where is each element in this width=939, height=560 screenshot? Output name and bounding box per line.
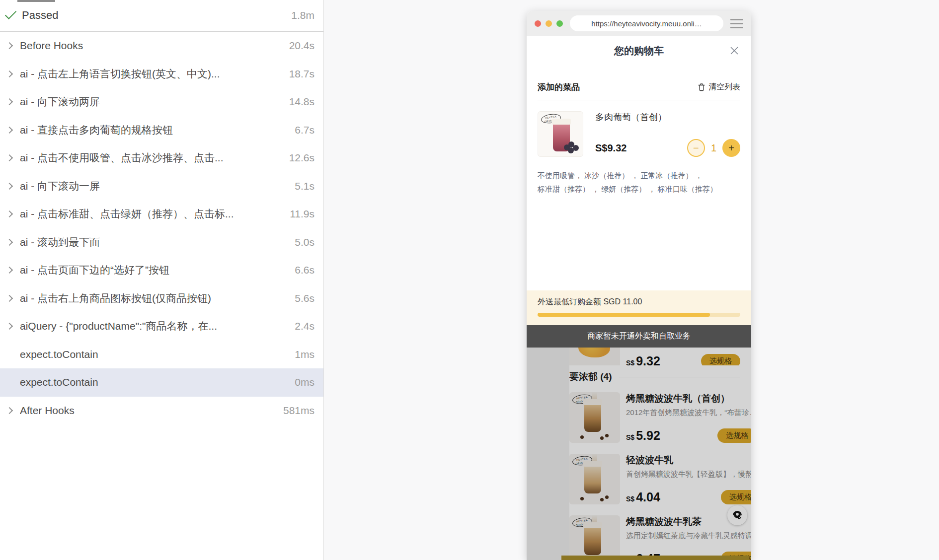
test-step-label: ai - 点击右上角商品图标按钮(仅商品按钮) (20, 291, 289, 305)
test-step-row[interactable]: ai - 滚动到最下面 5.0s (0, 228, 323, 257)
chevron-right-icon (7, 268, 20, 273)
minimize-window-button[interactable] (546, 20, 552, 27)
test-step-duration: 6.6s (295, 264, 314, 276)
test-step-label: ai - 点击页面下边的“选好了”按钮 (20, 263, 289, 277)
cart-item-options: 不使用吸管， 冰沙（推荐） ， 正常冰（推荐） ， 标准甜（推荐） ， 绿妍（推… (538, 169, 740, 196)
dim-overlay (527, 348, 751, 560)
test-step-row[interactable]: expect.toContain 1ms (0, 341, 323, 369)
zoom-window-button[interactable] (556, 20, 563, 27)
test-step-duration: 12.6s (289, 152, 314, 164)
cart-item-row: HEYTEAORIGINAL 多肉葡萄（首创） S$9.32 − 1 + (538, 111, 740, 157)
test-status-duration: 1.8m (291, 9, 314, 21)
chevron-right-icon (7, 324, 20, 329)
menu-page-background: S$9.32 选规格 要浓郁 (4) (527, 348, 751, 560)
cart-sheet: 您的购物车 添加的菜品 清空列表 HEYTEAORIGINAL (527, 36, 751, 290)
clear-list-button[interactable]: 清空列表 (698, 82, 740, 92)
increase-quantity-button[interactable]: + (722, 139, 740, 157)
test-step-duration: 11.9s (290, 208, 314, 220)
divider (538, 100, 740, 100)
chevron-right-icon (7, 240, 20, 245)
browser-chrome-bar: https://heyteavivocity.meuu.onli… (527, 11, 751, 36)
test-step-label: ai - 点击不使用吸管、点击冰沙推荐、点击... (20, 151, 283, 165)
test-step-label: Before Hooks (20, 40, 283, 52)
chevron-right-icon (7, 155, 20, 160)
quantity-stepper: − 1 + (687, 139, 740, 157)
traffic-lights (535, 20, 563, 27)
chevron-right-icon (7, 296, 20, 301)
test-step-row[interactable]: aiQuery - {"productName":"商品名称，在... 2.4s (0, 312, 323, 341)
min-order-label: 外送最低订购金额 SGD 11.00 (538, 297, 740, 307)
menu-icon[interactable] (730, 19, 743, 28)
test-step-label: ai - 滚动到最下面 (20, 235, 289, 249)
test-step-label: After Hooks (20, 405, 277, 417)
check-icon (5, 7, 16, 19)
quantity-value: 1 (711, 142, 716, 154)
test-step-label: aiQuery - {"productName":"商品名称，在... (20, 319, 289, 333)
chevron-right-icon (7, 211, 20, 216)
test-step-duration: 18.7s (289, 68, 314, 80)
test-step-duration: 20.4s (289, 40, 314, 52)
test-step-label: ai - 点击标准甜、点击绿妍（推荐）、点击标... (20, 207, 284, 221)
test-step-label: ai - 直接点击多肉葡萄的规格按钮 (20, 123, 289, 137)
chevron-right-icon (7, 99, 20, 104)
test-step-row[interactable]: After Hooks 581ms (0, 397, 323, 425)
test-step-duration: 0ms (295, 376, 314, 388)
close-window-button[interactable] (535, 20, 541, 27)
test-step-label: ai - 向下滚动两屏 (20, 95, 283, 109)
test-step-duration: 581ms (283, 405, 314, 417)
cart-title: 您的购物车 (614, 44, 664, 58)
test-step-label: ai - 点击左上角语言切换按钮(英文、中文)... (20, 67, 283, 81)
top-tab-fragment (17, 0, 55, 2)
test-step-duration: 5.0s (295, 236, 314, 248)
test-step-row[interactable]: ai - 直接点击多肉葡萄的规格按钮 6.7s (0, 116, 323, 144)
test-step-row[interactable]: expect.toContain 0ms (0, 368, 323, 397)
chevron-right-icon (7, 128, 20, 133)
cart-item-name: 多肉葡萄（首创） (595, 111, 740, 123)
test-step-duration: 1ms (295, 349, 314, 360)
url-bar[interactable]: https://heyteavivocity.meuu.onli… (570, 15, 723, 31)
trash-icon (698, 83, 705, 91)
chevron-right-icon (7, 184, 20, 189)
test-step-duration: 5.6s (295, 292, 314, 304)
chevron-right-icon (7, 71, 20, 76)
test-step-duration: 6.7s (295, 124, 314, 136)
test-step-duration: 5.1s (295, 180, 314, 192)
store-notice-toast: 商家暂未开通外卖和自取业务 (527, 325, 751, 348)
test-step-duration: 14.8s (289, 96, 314, 108)
test-step-row[interactable]: ai - 点击左上角语言切换按钮(英文、中文)... 18.7s (0, 60, 323, 88)
test-step-duration: 2.4s (295, 320, 314, 332)
test-step-list: Before Hooks 20.4s ai - 点击左上角语言切换按钮(英文、中… (0, 32, 323, 424)
test-step-row[interactable]: ai - 点击右上角商品图标按钮(仅商品按钮) 5.6s (0, 284, 323, 313)
test-step-row[interactable]: ai - 点击标准甜、点击绿妍（推荐）、点击标... 11.9s (0, 200, 323, 228)
chevron-right-icon (7, 408, 20, 413)
close-icon[interactable] (729, 46, 739, 56)
test-step-row[interactable]: ai - 点击页面下边的“选好了”按钮 6.6s (0, 256, 323, 284)
test-step-row[interactable]: Before Hooks 20.4s (0, 32, 323, 60)
cart-item-price: S$9.32 (595, 142, 687, 154)
grapes-decoration (564, 140, 581, 154)
added-items-heading: 添加的菜品 (538, 81, 580, 93)
test-step-row[interactable]: ai - 向下滚动一屏 5.1s (0, 172, 323, 201)
test-step-label: ai - 向下滚动一屏 (20, 179, 289, 193)
test-step-label: expect.toContain (20, 349, 289, 360)
test-status-row: Passed 1.8m (0, 0, 323, 31)
product-image-grape-tea: HEYTEAORIGINAL (538, 111, 583, 157)
test-step-label: expect.toContain (20, 376, 289, 388)
test-status-label: Passed (22, 9, 291, 22)
preview-workspace: https://heyteavivocity.meuu.onli… 您的购物车 … (324, 0, 939, 560)
test-step-row[interactable]: ai - 点击不使用吸管、点击冰沙推荐、点击... 12.6s (0, 144, 323, 172)
min-order-bar: 外送最低订购金额 SGD 11.00 (527, 290, 751, 325)
test-report-panel: Passed 1.8m Before Hooks 20.4s ai - 点击左上… (0, 0, 324, 560)
test-step-row[interactable]: ai - 向下滚动两屏 14.8s (0, 88, 323, 116)
decrease-quantity-button[interactable]: − (687, 139, 705, 157)
browser-window: https://heyteavivocity.meuu.onli… 您的购物车 … (527, 11, 751, 560)
min-order-progress (538, 313, 740, 317)
chevron-right-icon (7, 43, 20, 48)
